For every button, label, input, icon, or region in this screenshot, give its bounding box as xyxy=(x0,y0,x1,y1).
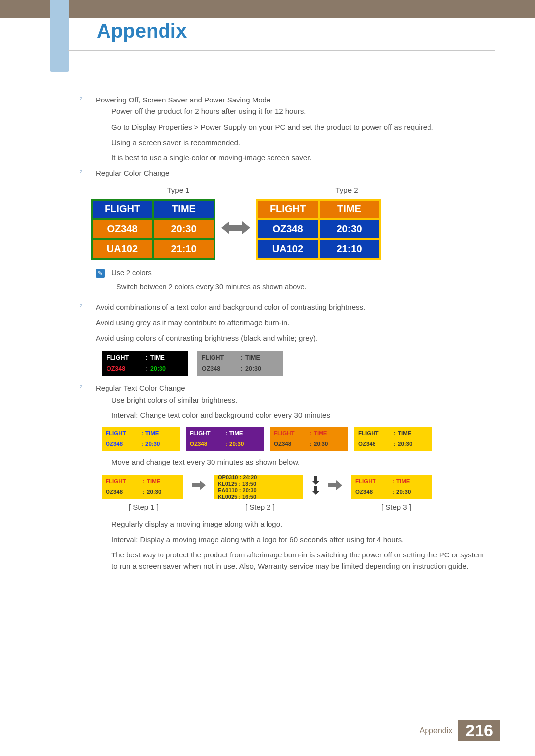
step3-box: FLIGHT:TIME OZ348:20:30 xyxy=(351,475,432,499)
body-text: Use bright colors of similar brightness. xyxy=(111,394,485,405)
bullet-icon: z xyxy=(80,167,85,172)
ex-purple: FLIGHT:TIME OZ348:20:30 xyxy=(186,427,264,451)
table-cell: OZ348 xyxy=(258,220,318,238)
svg-marker-1 xyxy=(192,480,206,490)
cell: 20:30 xyxy=(144,487,181,497)
svg-marker-2 xyxy=(312,476,320,485)
ex-orange: FLIGHT:TIME OZ348:20:30 xyxy=(270,427,348,451)
step2-scroll-box: OP0310 : 24:20 KL0125 : 13:50 EA0110 : 2… xyxy=(214,475,303,499)
cell: OZ348 xyxy=(271,439,307,449)
cell: OZ348 xyxy=(353,487,390,497)
cell: : xyxy=(391,428,395,439)
cell: : xyxy=(390,487,394,497)
flight-table-type2: FLIGHTTIME OZ34820:30 UA10221:10 xyxy=(256,199,381,260)
color-examples: FLIGHT:TIME OZ348:20:30 FLIGHT:TIME OZ34… xyxy=(102,427,485,451)
scroll-row: OP0310 : 24:20 xyxy=(218,475,301,481)
title-divider xyxy=(68,50,495,51)
cell: TIME xyxy=(242,353,281,363)
cell: : xyxy=(307,439,311,449)
body-text: Interval: Change text color and backgrou… xyxy=(111,409,485,421)
cell: OZ348 xyxy=(103,487,140,497)
cell: : xyxy=(390,476,394,487)
body-text: Using a screen saver is recommended. xyxy=(111,137,485,148)
step-labels: [ Step 1 ] [ Step 2 ] [ Step 3 ] xyxy=(102,502,485,513)
cell: FLIGHT xyxy=(356,428,391,439)
svg-marker-3 xyxy=(312,486,320,495)
cell: : xyxy=(139,439,143,449)
page-title: Appendix xyxy=(97,20,187,42)
cell: 20:30 xyxy=(147,363,186,374)
steps-row: FLIGHT:TIME OZ348:20:30 OP0310 : 24:20 K… xyxy=(102,475,485,499)
scroll-row: KL0025 : 16:50 xyxy=(218,494,301,499)
scroll-row: EA0110 : 20:30 xyxy=(218,487,301,494)
cell: : xyxy=(391,439,395,449)
cell: FLIGHT xyxy=(353,476,390,487)
cell: TIME xyxy=(311,428,347,439)
flight-table-type1: FLIGHTTIME OZ34820:30 UA10221:10 xyxy=(91,199,215,260)
type-label: Type 1 xyxy=(111,184,245,196)
heading: Powering Off, Screen Saver and Power Sav… xyxy=(96,94,485,105)
section-avoid-contrast: z Avoid combinations of a text color and… xyxy=(81,302,485,377)
content-area: z Powering Off, Screen Saver and Power S… xyxy=(81,94,485,576)
arrow-right-icon xyxy=(328,480,342,494)
step1-box: FLIGHT:TIME OZ348:20:30 xyxy=(102,475,183,499)
mini-table: FLIGHT:TIME OZ348:20:30 xyxy=(102,475,183,499)
cell: : xyxy=(307,428,311,439)
table-cell: UA102 xyxy=(93,240,152,258)
section-power-off: z Powering Off, Screen Saver and Power S… xyxy=(81,94,485,163)
body-text: Avoid using grey as it may contribute to… xyxy=(96,317,485,328)
cell: 20:30 xyxy=(227,439,263,449)
cell: OZ348 xyxy=(103,439,139,449)
cell: : xyxy=(223,428,227,439)
cell: : xyxy=(142,363,147,374)
mini-table: FLIGHT:TIME OZ348:20:30 xyxy=(351,475,432,499)
cell: TIME xyxy=(394,476,431,487)
table-header: FLIGHT xyxy=(258,201,318,218)
heading: Avoid combinations of a text color and b… xyxy=(96,302,485,313)
contrast-examples: FLIGHT:TIME OZ348:20:30 FLIGHT:TIME OZ34… xyxy=(102,351,485,376)
cell: : xyxy=(237,363,242,374)
scroll-row: KL0125 : 13:50 xyxy=(218,481,301,487)
step-label: [ Step 1 ] xyxy=(102,502,186,513)
cell: OZ348 xyxy=(187,439,223,449)
bullet-icon: z xyxy=(80,302,85,306)
cell: 20:30 xyxy=(143,439,178,449)
cell: FLIGHT xyxy=(271,428,307,439)
cell: : xyxy=(140,487,144,497)
cell: TIME xyxy=(227,428,263,439)
cell: : xyxy=(139,428,143,439)
ex-yellow-dark: FLIGHT:TIME OZ348:20:30 xyxy=(354,427,432,451)
cell: TIME xyxy=(143,428,178,439)
table-cell: UA102 xyxy=(258,240,318,258)
table-cell: 21:10 xyxy=(320,240,379,258)
step-label: [ Step 2 ] xyxy=(186,502,334,513)
side-tab xyxy=(50,0,69,72)
step-label: [ Step 3 ] xyxy=(334,502,458,513)
body-text: It is best to use a single-color or movi… xyxy=(111,152,485,163)
cell: TIME xyxy=(395,428,431,439)
cell: FLIGHT xyxy=(103,428,139,439)
heading: Regular Text Color Change xyxy=(96,382,485,394)
cell: TIME xyxy=(144,476,181,487)
swap-arrow-icon xyxy=(221,218,250,240)
bullet-icon: z xyxy=(80,94,85,99)
arrow-down-icon xyxy=(312,476,320,498)
cell: : xyxy=(223,439,227,449)
cell: : xyxy=(237,353,242,363)
example-grey: FLIGHT:TIME OZ348:20:30 xyxy=(197,351,283,376)
section-color-change: z Regular Color Change Type 1 Type 2 FLI… xyxy=(81,167,485,292)
body-text: The best way to protect the product from… xyxy=(111,549,485,572)
heading: Regular Color Change xyxy=(96,167,485,179)
body-text: Regularly display a moving image along w… xyxy=(111,518,485,530)
document-page: Appendix z Powering Off, Screen Saver an… xyxy=(0,0,535,756)
cell: OZ348 xyxy=(356,439,391,449)
cell: FLIGHT xyxy=(103,476,140,487)
body-text: Power off the product for 2 hours after … xyxy=(111,105,485,117)
footer-text: Appendix xyxy=(420,726,453,735)
table-cell: 21:10 xyxy=(154,240,214,258)
flight-tables-row: FLIGHTTIME OZ34820:30 UA10221:10 FLIGHTT… xyxy=(91,199,485,260)
body-text: Interval: Display a moving image along w… xyxy=(111,534,485,545)
cell: 20:30 xyxy=(311,439,347,449)
svg-marker-4 xyxy=(328,480,342,490)
ex-yellow-blue: FLIGHT:TIME OZ348:20:30 xyxy=(102,427,180,451)
